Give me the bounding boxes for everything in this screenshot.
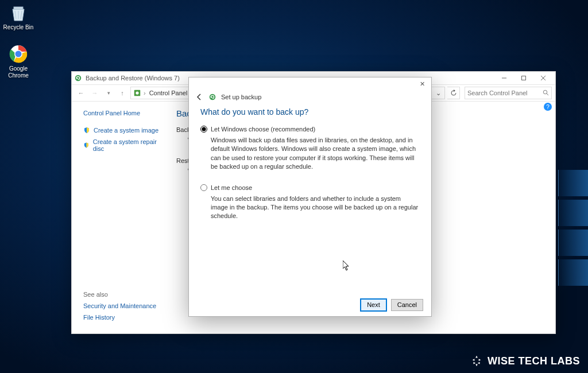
radio-let-windows-choose[interactable] bbox=[200, 126, 207, 133]
backup-icon bbox=[208, 93, 216, 101]
dialog-crumb-label: Set up backup bbox=[221, 94, 261, 100]
nav-back-button[interactable]: ← bbox=[75, 87, 87, 99]
window-minimize-button[interactable] bbox=[494, 72, 514, 84]
nav-history-dropdown[interactable]: ▾ bbox=[103, 87, 114, 99]
control-panel-icon bbox=[133, 89, 141, 97]
sidebar-home-link[interactable]: Control Panel Home bbox=[83, 110, 161, 116]
setup-backup-dialog: ✕ Set up backup What do you want to back… bbox=[188, 77, 432, 317]
desktop-accent bbox=[558, 170, 588, 289]
option-description: Windows will back up data files saved in… bbox=[200, 136, 420, 172]
svg-point-4 bbox=[75, 75, 82, 81]
search-icon bbox=[543, 90, 549, 97]
desktop-icon-label: Google Chrome bbox=[1, 65, 36, 79]
svg-marker-15 bbox=[473, 359, 475, 361]
option-description: You can select libraries and folders and… bbox=[200, 195, 420, 221]
chrome-icon bbox=[8, 44, 29, 64]
search-input[interactable] bbox=[467, 90, 549, 96]
option-let-windows-choose[interactable]: Let Windows choose (recommended) Windows… bbox=[200, 126, 420, 172]
see-also-link[interactable]: File History bbox=[83, 314, 156, 321]
sidebar-link-label: Create a system image bbox=[94, 127, 158, 134]
option-label: Let Windows choose (recommended) bbox=[211, 126, 315, 133]
window-maximize-button[interactable] bbox=[514, 72, 533, 84]
cancel-button[interactable]: Cancel bbox=[391, 299, 423, 311]
radio-let-me-choose[interactable] bbox=[200, 184, 207, 191]
next-button[interactable]: Next bbox=[361, 299, 386, 311]
see-also-section: See also Security and Maintenance File H… bbox=[83, 291, 156, 325]
svg-point-13 bbox=[210, 94, 216, 100]
svg-marker-16 bbox=[479, 359, 481, 361]
search-box[interactable] bbox=[465, 87, 552, 99]
dialog-header: Set up backup bbox=[189, 90, 431, 104]
sidebar: Control Panel Home Create a system image… bbox=[72, 102, 167, 333]
chevron-right-icon: › bbox=[142, 90, 147, 96]
watermark-text: WISE TECH LABS bbox=[488, 355, 580, 367]
svg-rect-6 bbox=[522, 76, 526, 80]
desktop-icon-label: Recycle Bin bbox=[1, 24, 36, 31]
window-close-button[interactable] bbox=[533, 72, 553, 84]
svg-marker-18 bbox=[473, 362, 475, 364]
help-icon[interactable]: ? bbox=[544, 103, 552, 111]
window-title: Backup and Restore (Windows 7) bbox=[86, 75, 180, 81]
desktop-icon-chrome[interactable]: Google Chrome bbox=[1, 44, 36, 79]
svg-point-3 bbox=[16, 51, 22, 57]
svg-point-10 bbox=[136, 91, 138, 94]
svg-marker-19 bbox=[478, 362, 480, 364]
sidebar-link-label: Create a system repair disc bbox=[93, 138, 161, 152]
refresh-button[interactable] bbox=[447, 87, 460, 99]
dialog-close-button[interactable]: ✕ bbox=[415, 79, 429, 89]
option-label: Let me choose bbox=[211, 184, 252, 191]
dialog-back-button[interactable] bbox=[195, 92, 204, 102]
backup-icon bbox=[74, 74, 82, 82]
shield-icon bbox=[83, 127, 90, 134]
watermark: WISE TECH LABS bbox=[470, 355, 580, 367]
shield-icon bbox=[83, 142, 90, 149]
mouse-cursor bbox=[343, 261, 350, 271]
svg-rect-0 bbox=[14, 7, 23, 9]
dialog-footer: Next Cancel bbox=[189, 293, 431, 316]
address-dropdown-icon[interactable]: ⌄ bbox=[434, 90, 442, 97]
option-let-me-choose[interactable]: Let me choose You can select libraries a… bbox=[200, 184, 420, 221]
recycle-bin-icon bbox=[8, 2, 29, 23]
svg-point-11 bbox=[543, 90, 547, 94]
nav-forward-button[interactable]: → bbox=[89, 87, 100, 99]
see-also-header: See also bbox=[83, 291, 156, 298]
see-also-link[interactable]: Security and Maintenance bbox=[83, 302, 156, 309]
sidebar-link-create-image[interactable]: Create a system image bbox=[83, 127, 161, 134]
dialog-body: What do you want to back up? Let Windows… bbox=[189, 104, 431, 293]
nav-up-button[interactable]: ↑ bbox=[117, 87, 128, 99]
dialog-title: What do you want to back up? bbox=[200, 107, 420, 116]
breadcrumb-item[interactable]: Control Panel bbox=[148, 90, 189, 96]
sidebar-link-create-repair-disc[interactable]: Create a system repair disc bbox=[83, 138, 161, 152]
svg-marker-14 bbox=[475, 356, 478, 358]
desktop-icon-recycle-bin[interactable]: Recycle Bin bbox=[1, 2, 36, 31]
watermark-logo-icon bbox=[470, 355, 483, 367]
svg-marker-17 bbox=[475, 364, 478, 367]
svg-line-12 bbox=[547, 94, 548, 95]
